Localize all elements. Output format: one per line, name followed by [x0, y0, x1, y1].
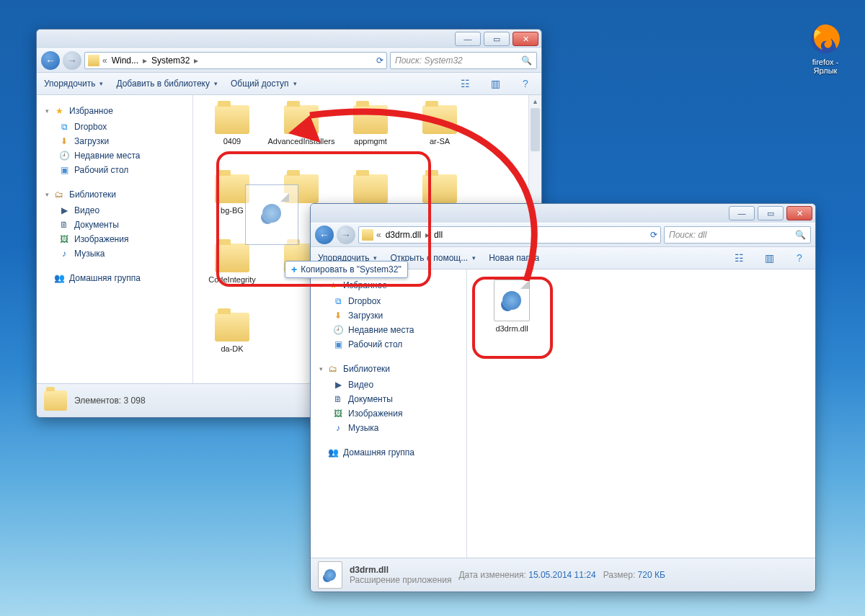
scrollbar-thumb[interactable] [531, 108, 540, 151]
folder-icon [215, 313, 249, 342]
video-icon: ▶ [58, 205, 70, 216]
sidebar-item-desktop[interactable]: ▣Рабочий стол [45, 163, 190, 177]
libraries-header[interactable]: ▾🗂Библиотеки [319, 363, 463, 375]
minimize-button[interactable]: ― [455, 32, 481, 46]
drag-ghost-icon [245, 184, 298, 245]
recent-icon: 🕘 [58, 150, 70, 161]
document-icon: 🗎 [332, 393, 344, 405]
scroll-up-icon[interactable]: ▲ [529, 95, 541, 107]
minimize-button[interactable]: ― [729, 206, 755, 220]
music-icon: ♪ [332, 422, 344, 434]
folder-content[interactable]: d3drm.dll [467, 269, 815, 558]
organize-menu[interactable]: Упорядочить [44, 79, 103, 89]
sidebar-item-downloads[interactable]: ⬇Загрузки [319, 308, 463, 323]
file-label: d3drm.dll [495, 324, 528, 333]
sidebar-item-documents[interactable]: 🗎Документы [319, 392, 463, 406]
nav-pane: ▾★Избранное ⧉Dropbox ⬇Загрузки 🕘Недавние… [37, 95, 193, 383]
sidebar-item-music[interactable]: ♪Музыка [45, 246, 190, 261]
back-button[interactable]: ← [315, 226, 334, 244]
libraries-header[interactable]: ▾🗂Библиотеки [45, 189, 190, 200]
dll-file-icon [494, 280, 530, 321]
sidebar-item-video[interactable]: ▶Видео [319, 378, 463, 392]
back-button[interactable]: ← [41, 51, 60, 70]
add-to-library-menu[interactable]: Добавить в библиотеку [116, 79, 218, 89]
file-d3drm-dll[interactable]: d3drm.dll [477, 280, 546, 333]
maximize-button[interactable]: ▭ [484, 32, 510, 46]
search-box[interactable]: Поиск: System32 🔍 [390, 52, 537, 69]
homegroup-header[interactable]: ▾👥Домашняя группа [45, 272, 190, 284]
sidebar-item-dropbox[interactable]: ⧉Dropbox [319, 294, 463, 308]
help-icon[interactable]: ? [517, 76, 534, 91]
search-icon: 🔍 [521, 55, 532, 66]
sidebar-item-downloads[interactable]: ⬇Загрузки [45, 134, 190, 148]
desktop-icon: ▣ [332, 339, 344, 350]
sidebar-item-images[interactable]: 🖼Изображения [319, 406, 463, 421]
folder-icon [44, 390, 67, 411]
nav-bar: ← → « d3drm.dll ▸ dll ⟳ Поиск: dll 🔍 [311, 223, 815, 247]
folder-item[interactable]: AdvancedInstallers [267, 102, 336, 171]
sidebar-item-video[interactable]: ▶Видео [45, 203, 190, 218]
folder-item[interactable]: CodeIntegrity [198, 241, 267, 310]
refresh-icon[interactable]: ⟳ [650, 230, 657, 240]
forward-button[interactable]: → [337, 226, 355, 244]
close-button[interactable]: ✕ [786, 206, 812, 220]
sidebar-item-images[interactable]: 🖼Изображения [45, 232, 190, 246]
folder-item[interactable]: appmgmt [336, 102, 405, 171]
folder-icon [215, 105, 249, 134]
folder-item[interactable]: 0409 [198, 102, 267, 171]
desktop-shortcut-firefox[interactable]: firefox - Ярлык [800, 22, 851, 75]
new-folder-button[interactable]: Новая папка [489, 253, 539, 263]
folder-icon [353, 174, 388, 203]
status-size-key: Размер: [603, 570, 636, 580]
status-filetype: Расширение приложения [350, 575, 451, 585]
nav-pane: ▾★Избранное ⧉Dropbox ⬇Загрузки 🕘Недавние… [311, 269, 467, 558]
dll-file-icon [318, 561, 342, 589]
breadcrumb-segment[interactable]: Wind... [110, 55, 140, 66]
sidebar-item-documents[interactable]: 🗎Документы [45, 218, 190, 232]
favorites-header[interactable]: ▾★Избранное [45, 105, 190, 117]
breadcrumb-segment[interactable]: d3drm.dll [384, 230, 422, 240]
titlebar[interactable]: ― ▭ ✕ [37, 30, 541, 48]
sidebar-item-recent[interactable]: 🕘Недавние места [319, 323, 463, 337]
folder-item[interactable]: da-DK [198, 310, 267, 379]
view-icon[interactable]: ☷ [730, 250, 748, 266]
details-pane: d3drm.dll Расширение приложения Дата изм… [311, 558, 815, 592]
search-box[interactable]: Поиск: dll 🔍 [664, 226, 811, 244]
titlebar[interactable]: ― ▭ ✕ [311, 204, 815, 223]
folder-icon [422, 174, 457, 203]
maximize-button[interactable]: ▭ [758, 206, 784, 220]
desktop-icon: ▣ [58, 164, 70, 176]
sidebar-item-dropbox[interactable]: ⧉Dropbox [45, 120, 190, 134]
folder-icon [353, 105, 388, 134]
homegroup-icon: 👥 [53, 272, 65, 284]
folder-icon [215, 174, 249, 203]
share-menu[interactable]: Общий доступ [231, 79, 297, 89]
refresh-icon[interactable]: ⟳ [376, 55, 383, 66]
desktop-shortcut-label: firefox - Ярлык [812, 58, 839, 75]
folder-label: AdvancedInstallers [268, 137, 335, 146]
sidebar-item-desktop[interactable]: ▣Рабочий стол [319, 337, 463, 352]
address-bar[interactable]: « Wind... ▸ System32 ▸ ⟳ [84, 52, 387, 69]
favorites-header[interactable]: ▾★Избранное [319, 280, 463, 291]
library-icon: 🗂 [53, 189, 65, 200]
close-button[interactable]: ✕ [513, 32, 538, 46]
breadcrumb-segment[interactable]: System32 [150, 55, 191, 66]
dropbox-icon: ⧉ [58, 121, 70, 133]
sidebar-item-music[interactable]: ♪Музыка [319, 421, 463, 435]
drag-tooltip: +Копировать в "System32" [285, 261, 408, 278]
help-icon[interactable]: ? [791, 250, 808, 266]
view-icon[interactable]: ☷ [456, 76, 474, 91]
search-placeholder: Поиск: dll [669, 230, 706, 240]
sidebar-item-recent[interactable]: 🕘Недавние места [45, 148, 190, 163]
status-date-key: Дата изменения: [458, 570, 526, 580]
preview-pane-icon[interactable]: ▥ [487, 76, 504, 91]
image-icon: 🖼 [58, 233, 70, 245]
homegroup-header[interactable]: ▾👥Домашняя группа [319, 447, 463, 458]
folder-item[interactable]: ar-SA [405, 102, 474, 171]
breadcrumb-segment[interactable]: dll [432, 230, 444, 240]
preview-pane-icon[interactable]: ▥ [760, 250, 778, 266]
window-body: ▾★Избранное ⧉Dropbox ⬇Загрузки 🕘Недавние… [311, 269, 815, 558]
recent-icon: 🕘 [332, 324, 344, 336]
forward-button[interactable]: → [63, 51, 81, 70]
address-bar[interactable]: « d3drm.dll ▸ dll ⟳ [358, 226, 661, 244]
